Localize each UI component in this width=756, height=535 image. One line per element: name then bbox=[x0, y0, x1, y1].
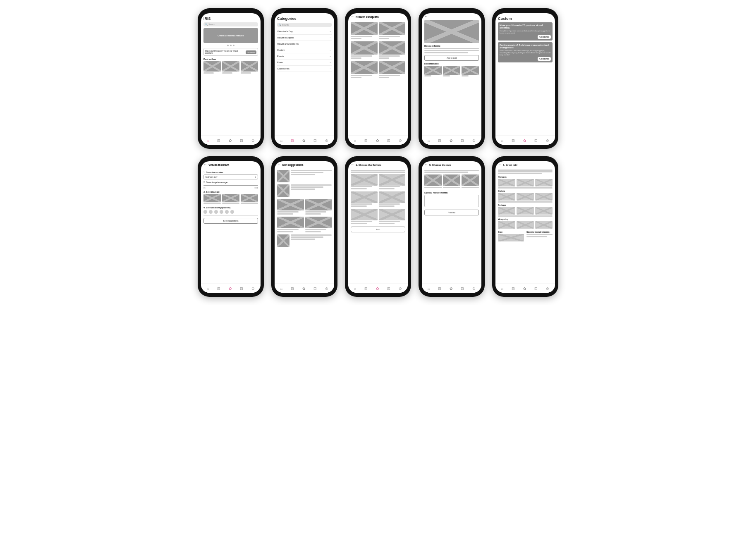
color-dot-4[interactable] bbox=[220, 210, 223, 214]
nav-home-icon8[interactable]: ⌂ bbox=[354, 287, 356, 291]
nav-home-icon7[interactable]: ⌂ bbox=[280, 287, 282, 291]
nav-history-icon10[interactable]: ⊙ bbox=[546, 287, 549, 291]
gj-flower-1[interactable] bbox=[498, 179, 515, 186]
list-item[interactable] bbox=[379, 22, 406, 40]
nav-home-icon4[interactable]: ⌂ bbox=[428, 139, 430, 143]
see-suggestions-button[interactable]: See suggestions bbox=[203, 218, 258, 224]
gj-foliage-3[interactable] bbox=[535, 207, 553, 215]
nav-home-icon6[interactable]: ⌂ bbox=[207, 287, 209, 291]
gj-wrap-2[interactable] bbox=[517, 221, 534, 229]
nav-search-icon6[interactable]: ⊟ bbox=[217, 287, 220, 291]
nav-search-icon5[interactable]: ⊟ bbox=[512, 139, 515, 143]
list-item[interactable] bbox=[351, 22, 378, 40]
nav-search-icon8[interactable]: ⊟ bbox=[364, 287, 368, 291]
price-slider[interactable] bbox=[203, 185, 258, 186]
list-item[interactable] bbox=[379, 61, 406, 79]
color-dot-5[interactable] bbox=[225, 210, 229, 214]
sug-item-1[interactable] bbox=[277, 199, 304, 215]
cs-size-l[interactable] bbox=[462, 174, 479, 189]
nav-history-icon5[interactable]: ⊙ bbox=[546, 139, 549, 143]
flower-item-6[interactable] bbox=[379, 209, 406, 225]
cat-flower-arrangements[interactable]: Flower arrangements→ bbox=[277, 41, 332, 47]
nav-history-icon2[interactable]: ⊙ bbox=[325, 139, 328, 143]
nav-home-icon5[interactable]: ⌂ bbox=[501, 139, 503, 143]
nav-search-icon7[interactable]: ⊟ bbox=[291, 287, 294, 291]
rec-item-3[interactable] bbox=[462, 66, 479, 77]
sug-img-1[interactable] bbox=[277, 170, 289, 182]
nav-flowers-icon3[interactable]: ✿ bbox=[376, 139, 379, 143]
size-option-m[interactable] bbox=[222, 194, 239, 205]
list-item[interactable] bbox=[379, 41, 406, 60]
nav-flowers-icon2[interactable]: ✿ bbox=[302, 139, 306, 143]
sug-item-3[interactable] bbox=[277, 217, 304, 233]
get-started-button-1[interactable]: Get started bbox=[538, 35, 551, 39]
back-button-cs[interactable]: ← bbox=[424, 163, 428, 167]
list-item[interactable] bbox=[351, 61, 378, 79]
gj-color-2[interactable] bbox=[517, 193, 534, 201]
nav-history-icon[interactable]: ⊙ bbox=[251, 139, 255, 143]
nav-search-icon[interactable]: ⊟ bbox=[217, 139, 220, 143]
nav-cart-icon6[interactable]: ⊡ bbox=[240, 287, 243, 291]
add-to-cart-button[interactable]: Add to cart bbox=[424, 55, 479, 61]
nav-history-icon3[interactable]: ⊙ bbox=[399, 139, 402, 143]
sug-item-4[interactable] bbox=[305, 217, 332, 233]
nav-flowers-icon4[interactable]: ✿ bbox=[450, 139, 453, 143]
color-dot-3[interactable] bbox=[214, 210, 218, 214]
nav-home-icon3[interactable]: ⌂ bbox=[354, 139, 356, 143]
cs-size-m[interactable] bbox=[443, 174, 460, 189]
gj-flower-2[interactable] bbox=[517, 179, 534, 186]
nav-home-icon10[interactable]: ⌂ bbox=[501, 287, 503, 291]
flower-item-1[interactable] bbox=[351, 174, 378, 190]
nav-home-icon2[interactable]: ⌂ bbox=[280, 139, 282, 143]
nav-cart-icon7[interactable]: ⊡ bbox=[313, 287, 317, 291]
nav-search-icon10[interactable]: ⊟ bbox=[512, 287, 515, 291]
get-started-button-home[interactable]: Get started bbox=[246, 50, 256, 54]
size-option-l[interactable] bbox=[241, 194, 258, 205]
color-dot-2[interactable] bbox=[209, 210, 213, 214]
back-button-sug[interactable]: ← bbox=[277, 163, 280, 167]
nav-search-icon3[interactable]: ⊟ bbox=[364, 139, 368, 143]
back-button-va[interactable]: ← bbox=[203, 163, 207, 167]
gj-wrap-1[interactable] bbox=[498, 221, 515, 229]
cat-custom[interactable]: Custom→ bbox=[277, 47, 332, 53]
search-bar-categories[interactable]: 🔍 Search bbox=[277, 23, 332, 27]
nav-cart-icon3[interactable]: ⊡ bbox=[387, 139, 390, 143]
back-button-cf[interactable]: ← bbox=[351, 163, 354, 167]
nav-history-icon9[interactable]: ⊙ bbox=[472, 287, 476, 291]
nav-flowers-icon9[interactable]: ✿ bbox=[450, 287, 453, 291]
occasion-dropdown[interactable]: Mother's day ▾ bbox=[203, 174, 258, 179]
product-1[interactable] bbox=[203, 61, 221, 74]
gj-color-3[interactable] bbox=[535, 193, 553, 201]
flower-item-3[interactable] bbox=[351, 191, 378, 208]
nav-flowers-icon8[interactable]: ✿ bbox=[376, 287, 379, 291]
product-2[interactable] bbox=[222, 61, 239, 74]
gj-foliage-1[interactable] bbox=[498, 207, 515, 215]
rec-item-1[interactable] bbox=[424, 66, 442, 77]
flower-item-4[interactable] bbox=[379, 191, 406, 208]
back-button-pd[interactable]: ← bbox=[424, 14, 428, 18]
nav-history-icon8[interactable]: ⊙ bbox=[399, 287, 402, 291]
cat-accessories[interactable]: Accessories→ bbox=[277, 66, 332, 72]
special-req-textarea[interactable] bbox=[424, 195, 479, 207]
nav-search-icon4[interactable]: ⊟ bbox=[438, 139, 441, 143]
nav-cart-icon10[interactable]: ⊡ bbox=[534, 287, 538, 291]
nav-flowers-icon6[interactable]: ✿ bbox=[229, 287, 232, 291]
flower-item-5[interactable] bbox=[351, 209, 378, 225]
cat-flower-bouquets[interactable]: Flower bouquets→ bbox=[277, 35, 332, 41]
gj-size-img[interactable] bbox=[498, 234, 524, 241]
cat-events[interactable]: Events→ bbox=[277, 53, 332, 60]
cat-valentines[interactable]: Valentine's Day→ bbox=[277, 29, 332, 35]
search-bar[interactable]: 🔍 Search bbox=[203, 22, 258, 26]
nav-flowers-icon5[interactable]: ✿ bbox=[523, 139, 526, 143]
nav-history-icon4[interactable]: ⊙ bbox=[472, 139, 476, 143]
sug-img-2[interactable] bbox=[277, 184, 289, 197]
nav-cart-icon[interactable]: ⊡ bbox=[240, 139, 243, 143]
rec-item-2[interactable] bbox=[443, 66, 460, 77]
color-dot-6[interactable] bbox=[230, 210, 234, 214]
product-3[interactable] bbox=[241, 61, 258, 74]
nav-flowers-icon7[interactable]: ✿ bbox=[302, 287, 306, 291]
nav-search-icon2[interactable]: ⊟ bbox=[291, 139, 294, 143]
flower-item-2[interactable] bbox=[379, 174, 406, 190]
color-dot-1[interactable] bbox=[203, 210, 207, 214]
list-item[interactable] bbox=[351, 41, 378, 60]
